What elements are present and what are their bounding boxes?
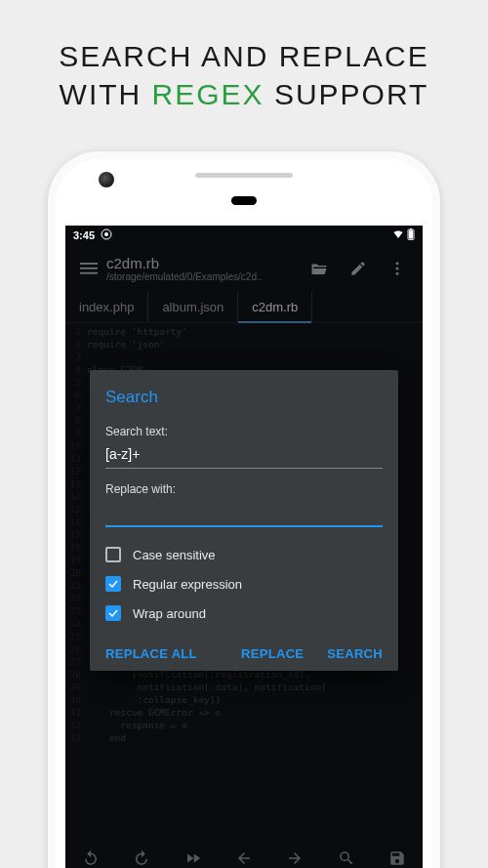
svg-rect-3 bbox=[410, 228, 412, 229]
wrap-row[interactable]: Wrap around bbox=[105, 605, 383, 621]
case-sensitive-label: Case sensitive bbox=[133, 548, 216, 562]
svg-point-10 bbox=[396, 272, 399, 275]
svg-rect-7 bbox=[80, 272, 98, 274]
search-dialog: Search Search text: Replace with: Case s… bbox=[90, 370, 398, 671]
tab-album-json[interactable]: album.json bbox=[148, 292, 238, 322]
wrap-label: Wrap around bbox=[133, 606, 206, 621]
case-sensitive-checkbox[interactable] bbox=[105, 547, 121, 562]
screen: 3:45 bbox=[65, 226, 423, 868]
file-title: c2dm.rb bbox=[106, 255, 300, 271]
arrow-left-icon[interactable] bbox=[235, 849, 253, 868]
search-icon[interactable] bbox=[338, 849, 355, 868]
svg-point-9 bbox=[396, 268, 399, 270]
tab-c2dm-rb[interactable]: c2dm.rb bbox=[238, 292, 312, 322]
search-button[interactable]: SEARCH bbox=[327, 646, 383, 661]
dialog-title: Search bbox=[105, 388, 383, 407]
undo-icon[interactable] bbox=[82, 849, 100, 868]
replace-input[interactable] bbox=[105, 500, 383, 527]
save-icon[interactable] bbox=[388, 849, 406, 868]
promo-text: SEARCH AND REPLACE WITH REGEX SUPPORT bbox=[0, 0, 488, 113]
wrap-checkbox[interactable] bbox=[105, 605, 121, 621]
replace-label: Replace with: bbox=[105, 482, 383, 496]
edit-icon[interactable] bbox=[339, 260, 378, 277]
editor-toolbar bbox=[65, 843, 423, 868]
file-path: /storage/emulated/0/Examples/c2d.. bbox=[106, 271, 300, 282]
status-time: 3:45 bbox=[73, 229, 95, 241]
notification-icon bbox=[101, 228, 112, 242]
search-label: Search text: bbox=[105, 425, 383, 438]
battery-icon bbox=[407, 228, 415, 242]
wifi-icon bbox=[391, 228, 405, 242]
svg-point-1 bbox=[104, 232, 108, 236]
camera-dot bbox=[99, 172, 114, 187]
case-sensitive-row[interactable]: Case sensitive bbox=[105, 547, 383, 562]
status-bar: 3:45 bbox=[65, 226, 423, 245]
file-tabs: index.php album.json c2dm.rb bbox=[65, 292, 423, 323]
fast-forward-icon[interactable] bbox=[184, 849, 202, 868]
hamburger-icon[interactable] bbox=[71, 260, 106, 277]
phone-frame: 3:45 bbox=[48, 151, 440, 868]
regex-checkbox[interactable] bbox=[105, 576, 121, 592]
tab-index-php[interactable]: index.php bbox=[65, 292, 148, 322]
svg-rect-5 bbox=[80, 263, 98, 265]
arrow-right-icon[interactable] bbox=[286, 849, 304, 868]
overflow-icon[interactable] bbox=[378, 260, 417, 277]
svg-rect-4 bbox=[409, 230, 413, 238]
app-bar: c2dm.rb /storage/emulated/0/Examples/c2d… bbox=[65, 245, 423, 292]
svg-rect-6 bbox=[80, 268, 98, 269]
regex-label: Regular expression bbox=[133, 577, 242, 592]
replace-all-button[interactable]: REPLACE ALL bbox=[105, 646, 197, 661]
folder-open-icon[interactable] bbox=[300, 260, 339, 277]
svg-point-8 bbox=[396, 262, 399, 265]
replace-button[interactable]: REPLACE bbox=[241, 646, 304, 661]
redo-icon[interactable] bbox=[133, 849, 150, 868]
sensor-pill bbox=[231, 196, 257, 205]
regex-row[interactable]: Regular expression bbox=[105, 576, 383, 592]
speaker-grill bbox=[195, 173, 293, 178]
search-input[interactable] bbox=[105, 442, 383, 469]
